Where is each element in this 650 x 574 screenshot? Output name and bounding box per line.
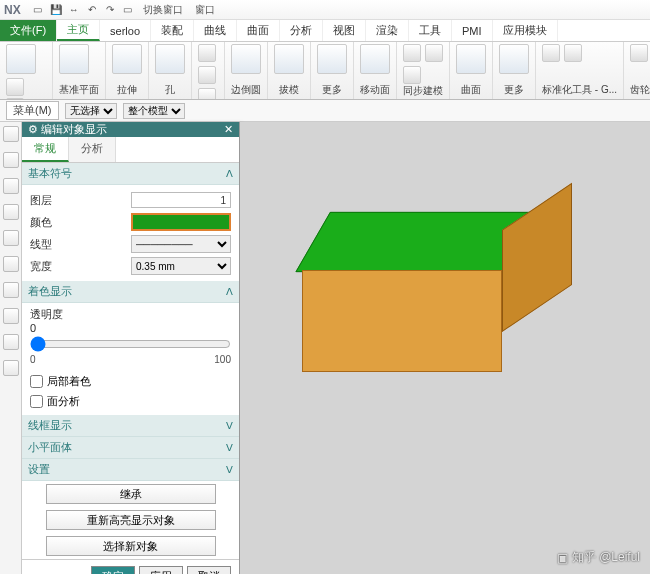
transparency-slider[interactable] xyxy=(30,336,231,352)
offset-icon[interactable] xyxy=(403,44,421,62)
ok-button[interactable]: 确定 xyxy=(91,566,135,574)
menu-tab-view[interactable]: 视图 xyxy=(323,20,366,41)
std2-icon[interactable] xyxy=(564,44,582,62)
app-logo: NX xyxy=(4,3,21,17)
linetype-select[interactable]: ──────── xyxy=(131,235,231,253)
tab-analysis[interactable]: 分析 xyxy=(69,137,116,162)
face-analyze-checkbox[interactable]: 面分析 xyxy=(30,391,231,411)
cancel-button[interactable]: 取消 xyxy=(187,566,231,574)
menu-tab-home[interactable]: 主页 xyxy=(57,20,100,41)
chevron-down-icon: ᐯ xyxy=(226,442,233,453)
menu-tab-render[interactable]: 渲染 xyxy=(366,20,409,41)
section-basic-header[interactable]: 基本符号ᐱ xyxy=(22,163,239,185)
rehighlight-button[interactable]: 重新高亮显示对象 xyxy=(46,510,216,530)
section-settings-header[interactable]: 设置ᐯ xyxy=(22,459,239,481)
section-facet-header[interactable]: 小平面体ᐯ xyxy=(22,437,239,459)
nav-icon[interactable] xyxy=(3,126,19,142)
color-label: 颜色 xyxy=(30,215,52,230)
color-icon[interactable] xyxy=(3,334,19,350)
extrude-icon[interactable] xyxy=(112,44,142,74)
more2-icon[interactable] xyxy=(499,44,529,74)
datum-label: 基准平面 xyxy=(59,83,99,97)
extrude-label: 拉伸 xyxy=(112,83,142,97)
moveface-label: 移动面 xyxy=(360,83,390,97)
edgeblend-icon[interactable] xyxy=(231,44,261,74)
tab-general[interactable]: 常规 xyxy=(22,137,69,162)
gear-icon[interactable] xyxy=(630,44,648,62)
more1-icon[interactable] xyxy=(317,44,347,74)
switch-window-btn[interactable]: 切换窗口 xyxy=(139,3,187,17)
misc-icon[interactable] xyxy=(3,360,19,376)
cube-front-face[interactable] xyxy=(302,270,502,372)
model-cube[interactable] xyxy=(330,212,570,412)
datum-icon[interactable] xyxy=(59,44,89,74)
arrows-icon[interactable]: ↔ xyxy=(67,3,81,17)
redo-icon[interactable]: ↷ xyxy=(103,3,117,17)
part-icon[interactable] xyxy=(3,178,19,194)
layer-input[interactable]: 1 xyxy=(131,192,231,208)
rect-icon[interactable] xyxy=(6,78,24,96)
draft-icon[interactable] xyxy=(274,44,304,74)
chevron-up-icon: ᐱ xyxy=(226,168,233,179)
menu-tab-analyze[interactable]: 分析 xyxy=(280,20,323,41)
panel-titlebar[interactable]: ⚙ 编辑对象显示 ✕ xyxy=(22,122,239,137)
hist-icon[interactable] xyxy=(3,152,19,168)
menu-button[interactable]: 菜单(M) xyxy=(6,101,59,120)
delete-icon[interactable] xyxy=(403,66,421,84)
sketch-icon[interactable] xyxy=(6,44,36,74)
sel-filter-2[interactable]: 整个模型 xyxy=(123,103,185,119)
3d-viewport[interactable]: ▣知乎 @Leiful xyxy=(240,122,650,574)
inherit-button[interactable]: 继承 xyxy=(46,484,216,504)
window-btn[interactable]: 窗口 xyxy=(191,3,219,17)
sel-filter-1[interactable]: 无选择 xyxy=(65,103,117,119)
ribbon: 直接草图 基准平面 拉伸 孔 特征 边倒圆 拔模 更多 移动面 同步建模 曲面 … xyxy=(0,42,650,100)
pattern-icon[interactable] xyxy=(198,44,216,62)
title-bar: NX ▭ 💾 ↔ ↶ ↷ ▭ 切换窗口 窗口 xyxy=(0,0,650,20)
surface-icon[interactable] xyxy=(456,44,486,74)
draft-label: 拔模 xyxy=(274,83,304,97)
save-icon[interactable]: 💾 xyxy=(49,3,63,17)
new-icon[interactable]: ▭ xyxy=(31,3,45,17)
hole-icon[interactable] xyxy=(155,44,185,74)
local-shade-checkbox[interactable]: 局部着色 xyxy=(30,371,231,391)
menu-tab-serloo[interactable]: serloo xyxy=(100,20,151,41)
reselect-button[interactable]: 选择新对象 xyxy=(46,536,216,556)
resource-bar xyxy=(0,122,22,574)
slider-max: 100 xyxy=(214,354,231,365)
apply-button[interactable]: 应用 xyxy=(139,566,183,574)
menu-tab-curve[interactable]: 曲线 xyxy=(194,20,237,41)
surface-label: 曲面 xyxy=(456,83,486,97)
unite-icon[interactable] xyxy=(198,66,216,84)
color-swatch[interactable] xyxy=(131,213,231,231)
shell-icon[interactable] xyxy=(198,88,216,100)
window-icon[interactable]: ▭ xyxy=(121,3,135,17)
cube-right-face[interactable] xyxy=(502,183,572,332)
info-icon[interactable] xyxy=(3,230,19,246)
menu-tab-assembly[interactable]: 装配 xyxy=(151,20,194,41)
std-icon[interactable] xyxy=(542,44,560,62)
section-shade-header[interactable]: 着色显示ᐱ xyxy=(22,281,239,303)
reuse-icon[interactable] xyxy=(3,204,19,220)
slider-min: 0 xyxy=(30,354,36,365)
menu-file[interactable]: 文件(F) xyxy=(0,20,57,41)
menu-tab-surface[interactable]: 曲面 xyxy=(237,20,280,41)
replace-icon[interactable] xyxy=(425,44,443,62)
edgeblend-label: 边倒圆 xyxy=(231,83,261,97)
gear-label: 齿轮... xyxy=(630,83,650,97)
menu-tab-pmi[interactable]: PMI xyxy=(452,20,493,41)
menu-tab-tools[interactable]: 工具 xyxy=(409,20,452,41)
hole-label: 孔 xyxy=(155,83,185,97)
role-icon[interactable] xyxy=(3,308,19,324)
watermark: ▣知乎 @Leiful xyxy=(557,549,640,566)
selection-toolbar: 菜单(M) 无选择 整个模型 xyxy=(0,100,650,122)
chevron-up-icon: ᐱ xyxy=(226,286,233,297)
moveface-icon[interactable] xyxy=(360,44,390,74)
menu-tab-app[interactable]: 应用模块 xyxy=(493,20,558,41)
chevron-down-icon: ᐯ xyxy=(226,420,233,431)
web-icon[interactable] xyxy=(3,256,19,272)
section-wire-header[interactable]: 线框显示ᐯ xyxy=(22,415,239,437)
close-icon[interactable]: ✕ xyxy=(224,123,233,136)
width-select[interactable]: 0.35 mm xyxy=(131,257,231,275)
hd3d-icon[interactable] xyxy=(3,282,19,298)
undo-icon[interactable]: ↶ xyxy=(85,3,99,17)
